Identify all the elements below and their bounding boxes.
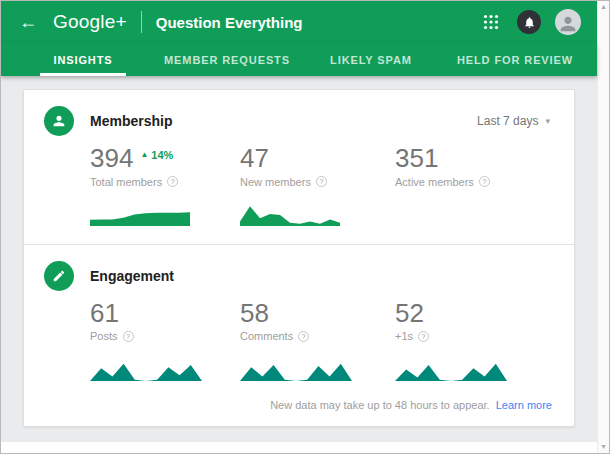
apps-grid-icon[interactable] bbox=[483, 14, 499, 30]
tab-bar: INSIGHTS MEMBER REQUESTS LIKELY SPAM HEL… bbox=[1, 43, 597, 76]
comments-value: 58 bbox=[240, 299, 269, 328]
insights-card: Membership Last 7 days ▾ 394 ▲ bbox=[23, 89, 575, 427]
app-header: ← Google+ Question Everything bbox=[1, 1, 597, 43]
scrollbar[interactable]: ▴ ▾ bbox=[597, 1, 609, 453]
active-members-label: Active members bbox=[395, 176, 474, 188]
learn-more-link[interactable]: Learn more bbox=[496, 399, 552, 411]
delta-value: 14% bbox=[151, 149, 173, 162]
help-icon[interactable]: ? bbox=[316, 176, 327, 187]
posts-sparkline bbox=[90, 358, 202, 381]
delta-badge: ▲ 14% bbox=[140, 149, 173, 162]
stat-posts: 61 Posts ? bbox=[90, 299, 240, 382]
avatar[interactable] bbox=[555, 9, 581, 35]
total-members-label: Total members bbox=[90, 176, 162, 188]
membership-title: Membership bbox=[90, 113, 172, 129]
new-members-value: 47 bbox=[240, 144, 269, 173]
membership-section: Membership Last 7 days ▾ 394 ▲ bbox=[24, 90, 574, 244]
header-divider bbox=[141, 11, 142, 33]
comments-sparkline bbox=[240, 358, 352, 381]
posts-label: Posts bbox=[90, 330, 118, 342]
comments-label: Comments bbox=[240, 330, 293, 342]
google-plus-logo[interactable]: Google+ bbox=[53, 11, 127, 33]
posts-value: 61 bbox=[90, 299, 119, 328]
community-title: Question Everything bbox=[156, 14, 303, 31]
help-icon[interactable]: ? bbox=[167, 176, 178, 187]
date-range-dropdown[interactable]: Last 7 days ▾ bbox=[477, 114, 554, 128]
tab-label: INSIGHTS bbox=[53, 54, 112, 66]
tab-label: LIKELY SPAM bbox=[330, 54, 412, 66]
new-members-label: New members bbox=[240, 176, 311, 188]
plus-ones-value: 52 bbox=[395, 299, 424, 328]
active-members-value: 351 bbox=[395, 144, 438, 173]
tab-label: HELD FOR REVIEW bbox=[457, 54, 573, 66]
stat-new-members: 47 New members ? bbox=[240, 144, 395, 226]
tab-held-for-review[interactable]: HELD FOR REVIEW bbox=[443, 43, 587, 76]
engagement-pencil-icon bbox=[44, 261, 74, 291]
date-range-value: Last 7 days bbox=[477, 114, 538, 128]
footer-note: New data may take up to 48 hours to appe… bbox=[270, 399, 490, 411]
scrollbar-up-arrow[interactable]: ▴ bbox=[601, 3, 605, 11]
data-delay-note: New data may take up to 48 hours to appe… bbox=[44, 399, 554, 411]
stat-plus-ones: 52 +1s ? bbox=[395, 299, 554, 382]
scrollbar-down-arrow[interactable]: ▾ bbox=[601, 443, 605, 451]
plus-ones-label: +1s bbox=[395, 330, 413, 342]
arrow-up-icon: ▲ bbox=[140, 149, 148, 162]
tab-likely-spam[interactable]: LIKELY SPAM bbox=[299, 43, 443, 76]
help-icon[interactable]: ? bbox=[298, 331, 309, 342]
tab-member-requests[interactable]: MEMBER REQUESTS bbox=[155, 43, 299, 76]
plus-ones-sparkline bbox=[395, 358, 507, 381]
tab-insights[interactable]: INSIGHTS bbox=[11, 43, 155, 76]
chevron-down-icon: ▾ bbox=[545, 116, 550, 126]
total-members-sparkline bbox=[90, 204, 190, 226]
tab-label: MEMBER REQUESTS bbox=[164, 54, 290, 66]
new-members-sparkline bbox=[240, 204, 340, 226]
back-button[interactable]: ← bbox=[15, 13, 41, 31]
page: ← Google+ Question Everything bbox=[1, 1, 597, 453]
engagement-section: Engagement 61 Posts ? bbox=[24, 245, 574, 430]
stat-comments: 58 Comments ? bbox=[240, 299, 395, 382]
stat-active-members: 351 Active members ? bbox=[395, 144, 554, 226]
help-icon[interactable]: ? bbox=[418, 331, 429, 342]
membership-person-icon bbox=[44, 106, 74, 136]
stat-total-members: 394 ▲ 14% Total members ? bbox=[90, 144, 240, 226]
engagement-title: Engagement bbox=[90, 268, 174, 284]
help-icon[interactable]: ? bbox=[479, 176, 490, 187]
browser-viewport: ← Google+ Question Everything bbox=[0, 0, 610, 454]
content-area: Membership Last 7 days ▾ 394 ▲ bbox=[1, 76, 597, 442]
total-members-value: 394 bbox=[90, 144, 133, 173]
notifications-icon[interactable] bbox=[517, 10, 541, 34]
help-icon[interactable]: ? bbox=[123, 331, 134, 342]
